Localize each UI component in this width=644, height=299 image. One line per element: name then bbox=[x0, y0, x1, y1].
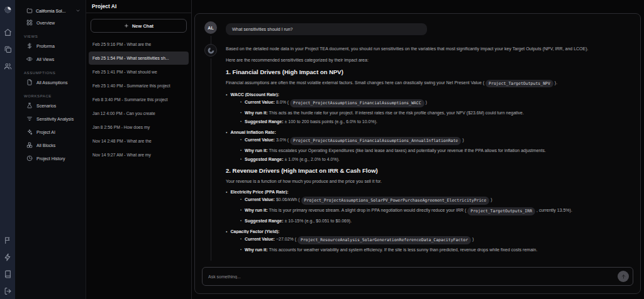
text-segment: Your revenue is a function of how much y… bbox=[226, 179, 382, 183]
sidebar-item-label: Sensitivity Analysis bbox=[36, 117, 74, 121]
chat-history-item[interactable]: Nov 14 2:48 PM - What are the bbox=[89, 134, 189, 148]
sub-bullet-item: Current Value: 8.0% ( Project_ProjectAss… bbox=[240, 99, 634, 107]
text-segment: This is your primary revenue stream. A s… bbox=[268, 208, 468, 212]
sidebar-item-label: All Blocks bbox=[36, 143, 55, 148]
text-segment: ~27.02% ( bbox=[275, 237, 297, 241]
avatar-column: AL bbox=[204, 21, 217, 44]
bold-label: Annual Inflation Rate: bbox=[230, 130, 275, 134]
users-icon[interactable] bbox=[4, 62, 12, 70]
book-icon[interactable] bbox=[4, 270, 12, 278]
sidebar-item-all-blocks[interactable]: All Blocks bbox=[21, 139, 82, 151]
assistant-avatar bbox=[204, 44, 217, 57]
paragraph: Financial assumptions are often the most… bbox=[226, 80, 634, 87]
message-input[interactable] bbox=[208, 275, 618, 279]
section-label-views: VIEWS bbox=[24, 35, 82, 38]
rail-bottom-nav bbox=[4, 236, 12, 295]
bold-label: Current Value: bbox=[245, 100, 275, 104]
node-ref-chip[interactable]: Project_TargetOutputs_IRR bbox=[467, 207, 535, 215]
paragraph: Your revenue is a function of how much y… bbox=[226, 178, 634, 185]
chat-history-item[interactable]: Nov 14 9:27 AM - What are my bbox=[89, 148, 189, 161]
sub-bullet-list: Current Value: 3.0% ( Project_ProjectAss… bbox=[226, 136, 634, 163]
bullet-item: Electricity Price (PPA Rate): bbox=[226, 190, 634, 194]
user-avatar: AL bbox=[204, 21, 217, 34]
project-selector[interactable]: California Sol... bbox=[21, 6, 82, 15]
sidebar-item-sensitivity-analysis[interactable]: Sensitivity Analysis bbox=[21, 113, 82, 124]
node-ref-chip[interactable]: Project_TargetOutputs_NPV bbox=[486, 80, 553, 87]
sidebar-item-all-assumptions[interactable]: All Assumptions bbox=[21, 77, 82, 88]
eye-icon bbox=[26, 56, 33, 62]
logout-icon[interactable] bbox=[4, 287, 12, 295]
chat-history-item[interactable]: Feb 25 1:41 PM - What should we bbox=[89, 65, 189, 79]
arrow-up-icon bbox=[621, 274, 626, 280]
send-button[interactable] bbox=[618, 271, 629, 282]
sidebar-item-scenarios[interactable]: Scenarios bbox=[21, 100, 82, 111]
user-message-body: What sensitivities should I run? bbox=[226, 21, 634, 44]
sub-bullet-list: Current Value: ~27.02% ( Project_Resourc… bbox=[226, 236, 634, 253]
chat-history-list: Feb 25 9:16 PM - What are theFeb 25 1:54… bbox=[86, 36, 191, 299]
text-segment: This escalates your Operating Expenditur… bbox=[268, 148, 546, 153]
node-ref-chip[interactable]: Project_ProjectAssumptions_FinancialAssu… bbox=[290, 137, 461, 145]
thread-line bbox=[211, 36, 211, 44]
thread-line bbox=[211, 58, 211, 261]
bold-label: Current Value: bbox=[245, 197, 275, 202]
text-segment: ) bbox=[489, 197, 492, 202]
bold-label: Current Value: bbox=[245, 237, 275, 241]
layers-icon[interactable] bbox=[4, 45, 12, 53]
chat-history-item[interactable]: Feb 25 9:16 PM - What are the bbox=[89, 38, 189, 51]
sub-bullet-item: Suggested Range: ± 1.0% (e.g., 2.0% to 4… bbox=[240, 156, 634, 163]
sidebar-item-overview[interactable]: Overview bbox=[21, 17, 82, 28]
node-ref-chip[interactable]: Project_ProjectAssumptions_FinancialAssu… bbox=[290, 99, 425, 107]
bold-label: Suggested Range: bbox=[245, 119, 283, 124]
user-message-bubble: What sensitivities should I run? bbox=[226, 23, 427, 35]
text-segment: This accounts for weather variability an… bbox=[268, 247, 538, 252]
plus-icon bbox=[124, 23, 129, 28]
sidebar-item-all-views[interactable]: All Views bbox=[21, 53, 82, 65]
sub-bullet-item: Why run it: This escalates your Operatin… bbox=[240, 147, 634, 154]
bold-label: Capacity Factor (Yield): bbox=[230, 229, 279, 234]
bullet-item: WACC (Discount Rate): bbox=[226, 92, 634, 97]
bold-label: WACC (Discount Rate): bbox=[230, 92, 279, 97]
sub-bullet-list: Current Value: $0.06/kWh ( Project_Proje… bbox=[226, 196, 634, 224]
node-ref-chip[interactable]: Project_ResourceAnalysis_SolarGeneration… bbox=[297, 236, 471, 244]
text-segment: This acts as the hurdle rate for your pr… bbox=[268, 111, 524, 115]
text-segment: ). bbox=[553, 80, 557, 85]
sub-bullet-item: Why run it: This acts as the hurdle rate… bbox=[240, 109, 634, 116]
sidebar: California Sol... OverviewVIEWSProformaA… bbox=[15, 0, 86, 299]
chat-history-item[interactable]: Jan 8 2:56 PM - How does my bbox=[89, 121, 189, 134]
bold-label: Why run it: bbox=[245, 111, 268, 115]
home-icon[interactable] bbox=[4, 28, 12, 36]
flag-icon[interactable] bbox=[4, 236, 12, 244]
chat-history-item[interactable]: Feb 8 3:40 PM - Summarize this project bbox=[89, 93, 189, 106]
chat-history-item[interactable]: Feb 25 1:54 PM - What sensitivities sh..… bbox=[89, 52, 189, 65]
text-segment: ± 100 to 200 basis points (e.g., 6.0% to… bbox=[284, 119, 377, 124]
sidebar-item-label: Proforma bbox=[36, 44, 55, 48]
chat-panel: Project AI New Chat Feb 25 9:16 PM - Wha… bbox=[86, 0, 192, 299]
bold-label: Why run it: bbox=[245, 247, 268, 252]
text-segment: 3.0% ( bbox=[275, 138, 290, 142]
sidebar-item-proforma[interactable]: Proforma bbox=[21, 40, 82, 52]
node-ref-chip[interactable]: Project_ProjectAssumptions_SolarPV_Power… bbox=[301, 197, 490, 205]
sidebar-item-label: Overview bbox=[36, 21, 55, 25]
sub-bullet-item: Why run it: This accounts for weather va… bbox=[240, 246, 634, 253]
sidebar-nav: OverviewVIEWSProformaAll ViewsASSUMPTION… bbox=[21, 17, 82, 164]
text-segment: Based on the detailed node data in your … bbox=[226, 46, 589, 51]
avatar-column bbox=[204, 44, 217, 261]
sidebar-item-project-history[interactable]: Project History bbox=[21, 153, 82, 164]
grid-icon bbox=[26, 19, 33, 26]
bold-label: Why run it: bbox=[245, 208, 268, 212]
chat-history-item[interactable]: Feb 25 1:40 PM - Summarize this project bbox=[89, 79, 189, 92]
chat-history-item[interactable]: Jan 12 4:00 PM - Can you create bbox=[89, 107, 189, 120]
new-chat-button[interactable]: New Chat bbox=[91, 19, 187, 33]
sub-bullet-item: Why run it: This is your primary revenue… bbox=[240, 207, 634, 215]
text-segment: Here are the recommended sensitivities c… bbox=[226, 58, 369, 62]
icon-rail bbox=[0, 0, 15, 299]
bullet-item: Capacity Factor (Yield): bbox=[226, 229, 634, 234]
zap-icon[interactable] bbox=[4, 253, 12, 261]
sidebar-item-label: Project History bbox=[36, 156, 65, 161]
bold-label: Why run it: bbox=[245, 148, 268, 153]
paragraph: Here are the recommended sensitivities c… bbox=[226, 57, 634, 63]
sidebar-item-project-ai[interactable]: Project AI bbox=[21, 126, 82, 138]
panel-header: Project AI bbox=[86, 0, 191, 13]
text-segment: ± 10-15% (e.g., $0.051 to $0.069). bbox=[284, 219, 352, 223]
composer bbox=[195, 262, 640, 293]
